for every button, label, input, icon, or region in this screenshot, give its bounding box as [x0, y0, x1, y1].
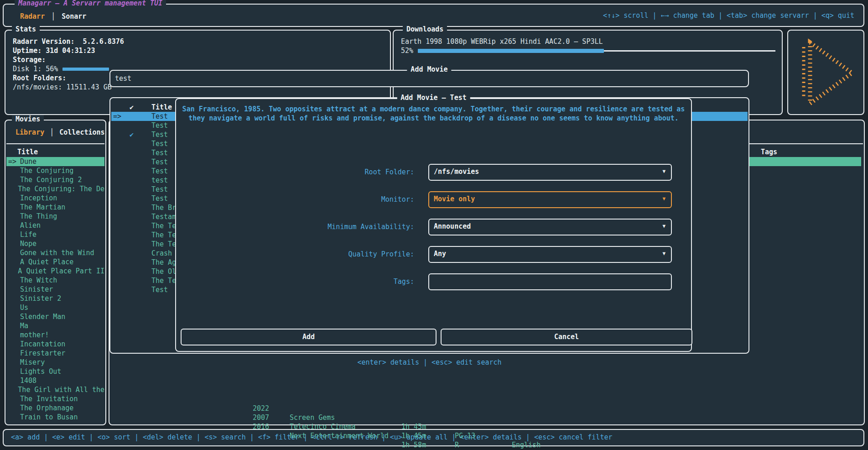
chevron-down-icon: ▼	[662, 196, 665, 202]
movie-description: San Francisco, 1985. Two opposites attra…	[181, 105, 686, 123]
search-input[interactable]	[115, 72, 743, 85]
movie-title: The Witch	[20, 276, 57, 285]
table-rows: 2022 Screen Gems 1h 45m PG-13 English 1.…	[109, 395, 864, 422]
list-item[interactable]: The Girl with All the	[6, 385, 104, 394]
logo-panel	[787, 30, 864, 115]
list-item[interactable]: Inception	[6, 194, 104, 203]
selection-arrow	[8, 330, 20, 340]
list-item[interactable]: The Invitation	[6, 394, 104, 403]
minimum-availability-label: Minimum Availability:	[176, 223, 418, 231]
root-folder-dropdown[interactable]: /nfs/movies ▼	[428, 164, 672, 181]
result-title: Test	[151, 139, 168, 148]
movie-title: Life	[20, 230, 36, 239]
movie-title: mother!	[20, 330, 49, 340]
table-row[interactable]: 2022 Screen Gems 1h 45m PG-13 English 1.…	[109, 395, 864, 404]
year-cell: 2016	[253, 422, 269, 431]
selection-arrow	[8, 367, 20, 376]
tags-column-header: Tags	[761, 148, 777, 156]
results-title-header: Title	[151, 103, 172, 112]
list-item[interactable]: Life	[6, 230, 104, 239]
monitor-value: Movie only	[434, 195, 475, 203]
selection-arrow	[8, 212, 20, 221]
radarr-version: Radarr Version: 5.2.6.8376	[13, 37, 385, 46]
movie-title: Misery	[20, 358, 45, 367]
list-item[interactable]: The Orphanage	[6, 403, 104, 413]
result-title: Test	[151, 112, 168, 121]
list-item[interactable]: Nope	[6, 239, 104, 248]
tab-radarr[interactable]: Radarr	[20, 12, 45, 21]
table-row[interactable]: 2007 Telecinco Cinema 1h 45m R Spanish 0…	[109, 404, 864, 413]
certification-cell: R	[455, 440, 459, 450]
movie-title: Sinister	[20, 285, 53, 294]
chevron-down-icon: ▼	[662, 223, 665, 229]
list-item[interactable]: Lights Out	[6, 367, 104, 376]
movie-title: The Thing	[20, 212, 57, 221]
list-item[interactable]: Alien	[6, 221, 104, 230]
list-item[interactable]: Sinister 2	[6, 294, 104, 303]
cancel-button[interactable]: Cancel	[441, 329, 692, 345]
result-title: Test	[151, 148, 168, 157]
selection-arrow	[8, 340, 20, 349]
list-item[interactable]: The Thing	[6, 212, 104, 221]
runtime-cell: 1h 58m	[401, 440, 426, 450]
result-title: Test	[151, 167, 168, 176]
quality-profile-value: Any	[434, 250, 446, 258]
list-item[interactable]: A Quiet Place Part II	[6, 267, 104, 276]
list-item[interactable]: Firestarter	[6, 349, 104, 358]
list-item[interactable]: Us	[6, 303, 104, 312]
movie-list: => Dune The Conjuring The Conjuring 2 Th…	[6, 157, 104, 422]
tab-sonarr[interactable]: Sonarr	[62, 12, 86, 21]
table-row[interactable]: 2016 Next Entertainment World 1h 58m NR …	[109, 413, 864, 422]
list-item[interactable]: The Witch	[6, 276, 104, 285]
add-movie-modal: Add Movie – Test San Francisco, 1985. Tw…	[175, 98, 692, 352]
movie-title: Incantation	[20, 340, 65, 349]
movies-sidebar: Movies Library │ Collections │ Title => …	[5, 120, 106, 425]
selection-arrow	[8, 276, 20, 285]
monitor-dropdown[interactable]: Movie only ▼	[428, 191, 672, 208]
list-item[interactable]: Sinister	[6, 285, 104, 294]
tab-collections[interactable]: Collections	[59, 128, 104, 137]
list-item[interactable]: => Dune	[6, 157, 104, 166]
download-progress-bar	[418, 49, 775, 53]
movie-title: The Girl with All the	[18, 385, 104, 394]
selection-arrow	[8, 175, 20, 184]
tags-input[interactable]	[428, 273, 672, 290]
list-item[interactable]: The Conjuring: The De	[6, 184, 104, 194]
list-item[interactable]: Incantation	[6, 340, 104, 349]
list-item[interactable]: Ma	[6, 321, 104, 330]
result-title: Test	[151, 130, 168, 139]
tab-separator: │	[51, 12, 55, 21]
tab-library[interactable]: Library	[16, 128, 44, 137]
movie-title: Alien	[20, 221, 41, 230]
runtime-cell: 1h 45m	[401, 431, 426, 440]
add-button[interactable]: Add	[181, 329, 437, 345]
list-item[interactable]: The Martian	[6, 203, 104, 212]
list-item[interactable]: The Conjuring	[6, 166, 104, 175]
movie-title: 1408	[20, 376, 36, 385]
studio-cell: Telecinco Cinema	[290, 422, 356, 431]
movie-title: The Orphanage	[20, 403, 73, 413]
list-item[interactable]: mother!	[6, 330, 104, 340]
download-item: Earth 1998 1080p WEBRip x265 Hindi AAC2.…	[401, 37, 775, 46]
language-cell: English	[512, 440, 541, 450]
list-item[interactable]: Misery	[6, 358, 104, 367]
list-item[interactable]: Gone with the Wind	[6, 248, 104, 257]
movie-title: A Quiet Place	[20, 257, 73, 267]
movie-title: Us	[20, 303, 28, 312]
selection-arrow	[8, 203, 20, 212]
minimum-availability-dropdown[interactable]: Announced ▼	[428, 219, 672, 235]
list-item[interactable]: A Quiet Place	[6, 257, 104, 267]
movie-title: Sinister 2	[20, 294, 61, 303]
tags-label: Tags:	[176, 277, 418, 286]
movies-tabs: Library │ Collections │	[16, 128, 114, 137]
selection-arrow	[8, 376, 20, 385]
movie-title: Lights Out	[20, 367, 61, 376]
list-item[interactable]: Slender Man	[6, 312, 104, 321]
list-item[interactable]: 1408	[6, 376, 104, 385]
quality-profile-dropdown[interactable]: Any ▼	[428, 246, 672, 263]
add-movie-search-panel: Add Movie	[109, 70, 749, 87]
movie-title: A Quiet Place Part II	[18, 267, 104, 276]
list-item[interactable]: The Conjuring 2	[6, 175, 104, 184]
selection-arrow	[8, 230, 20, 239]
list-item[interactable]: Train to Busan	[6, 413, 104, 422]
